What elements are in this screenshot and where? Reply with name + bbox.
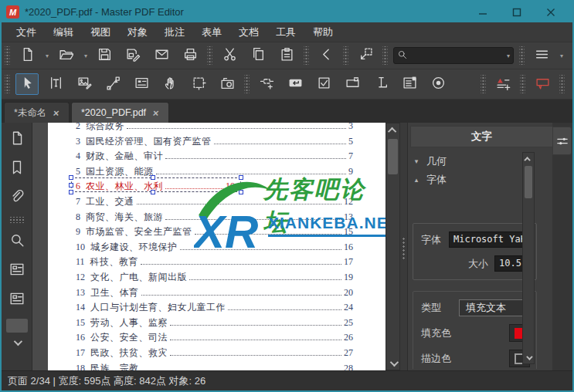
edit-path-button[interactable] <box>101 73 124 95</box>
email-button[interactable] <box>150 45 173 66</box>
sidebar-bookmarks-button[interactable] <box>5 157 29 181</box>
toolbar-drag-handle[interactable] <box>5 75 10 93</box>
selection-handle[interactable] <box>239 190 243 194</box>
tab-close-icon[interactable]: × <box>53 107 60 119</box>
transform-button[interactable] <box>354 45 377 66</box>
hand-button[interactable] <box>158 73 182 95</box>
crop-select-button[interactable] <box>187 73 210 95</box>
edit-image-button[interactable] <box>73 73 96 95</box>
toc-row[interactable]: 12 文化、广电、新闻出版 19 <box>48 271 385 286</box>
toc-row[interactable]: 14 人口与计划生育、妇女儿童工作 24 <box>48 301 385 316</box>
sidebar-scroll-track[interactable] <box>6 319 28 333</box>
sidebar-handle[interactable] <box>10 217 24 223</box>
toolbar-drag-handle[interactable] <box>520 75 525 93</box>
toc-row[interactable]: 17 民政、扶贫、救灾 27 <box>48 346 385 362</box>
new-document-dropdown-caret[interactable]: ▾ <box>46 52 49 59</box>
eraser-button[interactable] <box>570 73 574 95</box>
back-button[interactable] <box>314 45 338 66</box>
enter-key-button[interactable] <box>284 73 307 95</box>
toc-row[interactable]: 18 民族、宗教 28 <box>48 362 385 371</box>
toc-row[interactable]: 6 农业、林业、水利 10 <box>48 180 385 195</box>
toc-row[interactable]: 13 卫生、体育 20 <box>48 286 385 302</box>
save-button[interactable] <box>93 45 116 66</box>
close-button[interactable] <box>534 3 568 22</box>
toolbar-drag-handle[interactable] <box>207 46 212 65</box>
sidebar-attachments-button[interactable] <box>5 186 29 211</box>
menu-对象[interactable]: 对象 <box>119 22 156 42</box>
save-as-button[interactable] <box>121 45 144 66</box>
document-scrollbar[interactable] <box>385 123 400 370</box>
toc-row[interactable]: 3 国民经济管理、国有资产监管 5 <box>48 135 385 150</box>
section-geometry[interactable]: ▾ 几何 <box>413 152 537 171</box>
selection-handle[interactable] <box>69 190 73 194</box>
section-font[interactable]: ▴ 字体 <box>413 171 537 189</box>
toolbar-drag-handle[interactable] <box>304 46 309 65</box>
menu-工具[interactable]: 工具 <box>267 22 304 42</box>
toolbar-drag-handle[interactable] <box>244 75 250 93</box>
toc-row[interactable]: 4 财政、金融、审计 7 <box>48 150 385 165</box>
toolbar-drag-handle[interactable] <box>343 46 348 65</box>
combobox-button[interactable] <box>341 73 364 95</box>
radio-button[interactable] <box>426 73 450 95</box>
toolbar-drag-handle[interactable] <box>519 46 525 65</box>
selection-handle[interactable] <box>69 183 73 188</box>
pdf-page[interactable]: 2 综合政务 33 国民经济管理、国有资产监管 54 财政、金融、审计 75 国… <box>48 123 385 370</box>
toc-row[interactable]: 11 科技、教育 17 <box>48 255 385 271</box>
open-folder-button[interactable] <box>54 45 77 66</box>
tab-1[interactable]: *2020_PDF.pdf × <box>71 102 169 123</box>
toolbar-drag-handle[interactable] <box>559 75 565 93</box>
scroll-down-button[interactable] <box>386 357 399 370</box>
splitter-grip[interactable] <box>402 237 406 260</box>
panel-scroll-thumb[interactable] <box>525 166 532 198</box>
red-callout-button[interactable] <box>531 73 554 95</box>
text-cursor-button[interactable] <box>369 73 392 95</box>
copy-button[interactable] <box>246 45 270 66</box>
scrollbar-thumb[interactable] <box>388 139 398 174</box>
toc-row[interactable]: 5 国土资源、能源 9 <box>48 165 385 181</box>
panel-scroll-up[interactable] <box>523 153 534 164</box>
menu-视图[interactable]: 视图 <box>82 22 119 42</box>
listbox-button[interactable] <box>398 73 421 95</box>
panel-scroll-down[interactable] <box>523 352 534 363</box>
form-fields-button[interactable] <box>130 73 153 95</box>
print-button[interactable] <box>178 45 202 66</box>
search-dropdown-caret[interactable]: ▾ <box>507 52 510 59</box>
panel-flyout-button[interactable] <box>552 127 572 155</box>
toolbar-drag-handle[interactable] <box>382 46 388 65</box>
font-name-field[interactable]: Microsoft YaHei <box>449 231 530 248</box>
toc-row[interactable]: 7 工业、交通 12 <box>48 195 385 211</box>
menu-burger-button[interactable] <box>530 45 553 66</box>
toc-row[interactable]: 15 劳动、人事、监察 25 <box>48 316 385 332</box>
menu-文档[interactable]: 文档 <box>230 22 267 42</box>
toolbar-drag-handle[interactable] <box>5 46 10 65</box>
link-add-button[interactable] <box>255 73 278 95</box>
sidebar-form-fields-button[interactable] <box>5 259 29 283</box>
edit-text-button[interactable] <box>44 73 67 95</box>
tab-close-icon[interactable]: × <box>152 107 160 119</box>
checkbox-button[interactable] <box>312 73 335 95</box>
type-select[interactable]: 填充文本 <box>459 299 530 316</box>
new-document-button[interactable] <box>15 45 39 66</box>
snapshot-button[interactable] <box>216 73 239 95</box>
note-add-button[interactable] <box>491 73 515 95</box>
menu-表单[interactable]: 表单 <box>193 22 230 42</box>
tab-0[interactable]: *未命名 × <box>4 102 70 123</box>
menu-批注[interactable]: 批注 <box>156 22 193 42</box>
panel-splitter[interactable] <box>400 123 407 370</box>
sidebar-search-button[interactable] <box>5 229 29 254</box>
minimize-button[interactable] <box>466 3 500 22</box>
panel-scrollbar[interactable] <box>522 152 535 364</box>
scroll-up-button[interactable] <box>386 123 399 137</box>
selected-text-object[interactable]: 6 农业、林业、水利 10 <box>76 180 235 193</box>
selection-handle[interactable] <box>239 183 243 188</box>
open-folder-dropdown-caret[interactable]: ▾ <box>84 52 87 59</box>
maximize-button[interactable] <box>500 3 534 22</box>
sidebar-properties-partial-button[interactable] <box>5 288 29 313</box>
search-input[interactable] <box>410 50 504 61</box>
toc-row[interactable]: 2 综合政务 3 <box>48 123 385 135</box>
cut-button[interactable] <box>218 45 241 66</box>
toc-row[interactable]: 8 商贸、海关、旅游 13 <box>48 211 385 226</box>
select-arrow-button[interactable] <box>15 73 39 95</box>
sidebar-thumbnails-button[interactable] <box>5 127 29 152</box>
sidebar-scroll-down-button[interactable] <box>6 336 28 350</box>
